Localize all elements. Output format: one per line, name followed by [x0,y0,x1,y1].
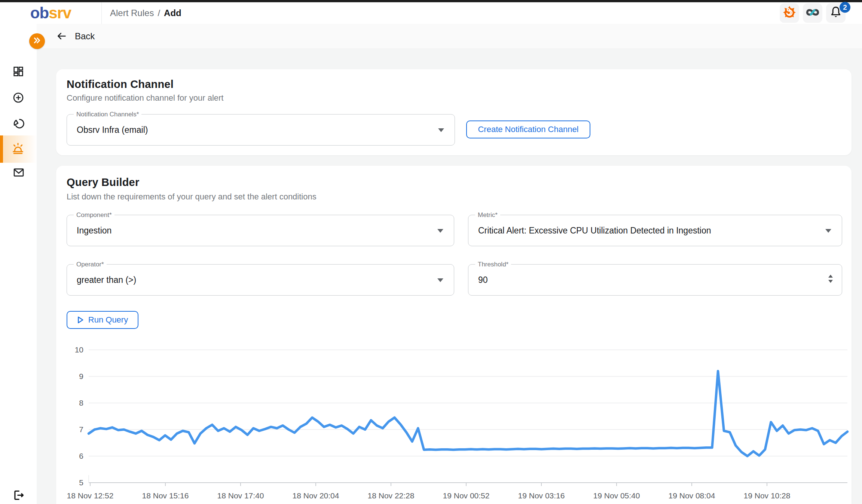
play-icon [77,316,84,324]
infinity-icon [804,6,821,20]
operator-value: greater than (>) [77,265,136,295]
svg-text:5: 5 [79,478,83,487]
number-stepper[interactable] [828,275,833,283]
envelope-icon [12,173,25,180]
breadcrumb: Alert Rules / Add [110,8,181,18]
notifications-button[interactable]: 2 [826,3,846,23]
dropdown-arrow-icon [438,128,444,132]
svg-text:18 Nov 22:28: 18 Nov 22:28 [368,491,415,500]
back-row: Back [37,24,862,48]
svg-text:18 Nov 17:40: 18 Nov 17:40 [217,491,264,500]
threshold-value: 90 [478,265,488,295]
line-chart-svg: 567891018 Nov 12:5218 Nov 15:1618 Nov 17… [56,330,852,504]
svg-text:18 Nov 15:16: 18 Nov 15:16 [142,491,189,500]
svg-text:6: 6 [79,452,83,460]
breadcrumb-current: Add [164,8,181,18]
svg-text:7: 7 [79,425,83,434]
sidebar-item-dashboard[interactable] [12,65,24,77]
active-indicator-bar [0,135,3,163]
component-select[interactable]: Component* Ingestion [67,215,454,246]
notification-channels-value: Obsrv Infra (email) [77,114,148,145]
query-result-chart[interactable]: 567891018 Nov 12:5218 Nov 15:1618 Nov 17… [56,330,852,504]
svg-text:19 Nov 03:16: 19 Nov 03:16 [518,491,565,500]
sidebar-item-channels[interactable] [12,167,24,178]
logo-container: obsrv [0,2,102,24]
query-builder-card: Query Builder List down the requirements… [56,166,852,504]
svg-text:10: 10 [75,345,83,354]
logout-icon [12,496,25,503]
svg-text:19 Nov 05:40: 19 Nov 05:40 [593,491,640,500]
app-root: obsrv Alert Rules / Add [0,0,862,504]
stepper-up-icon[interactable] [828,275,833,278]
threshold-input[interactable]: Threshold* 90 [468,264,842,296]
double-chevron-right-icon [33,37,41,46]
sidebar-item-add[interactable] [12,92,24,104]
logo-part-blue: ob [30,4,49,22]
notification-channel-title: Notification Channel [67,78,174,91]
sidebar [0,24,37,504]
dropdown-arrow-icon [825,229,831,233]
sidebar-item-datasets[interactable] [12,117,24,129]
infinity-button[interactable] [803,3,822,23]
add-circle-icon [12,98,24,105]
operator-select[interactable]: Operator* greater than (>) [67,264,454,296]
svg-text:9: 9 [79,372,83,381]
notification-channel-card: Notification Channel Configure notificat… [56,69,852,155]
svg-text:19 Nov 10:28: 19 Nov 10:28 [744,491,791,500]
create-notification-channel-button[interactable]: Create Notification Channel [466,120,590,138]
metric-select[interactable]: Metric* Critical Alert: Excessive CPU Ut… [468,215,842,246]
alert-siren-icon [10,141,25,158]
sidebar-expand-button[interactable] [29,33,45,49]
svg-text:19 Nov 00:52: 19 Nov 00:52 [443,491,490,500]
svg-text:18 Nov 12:52: 18 Nov 12:52 [67,491,114,500]
dashboard-icon [12,72,24,79]
back-arrow-icon[interactable] [56,31,67,42]
svg-text:19 Nov 08:04: 19 Nov 08:04 [669,491,715,500]
app-header: obsrv Alert Rules / Add [0,2,862,24]
metric-value: Critical Alert: Excessive CPU Utilizatio… [478,215,711,246]
svg-text:8: 8 [79,398,83,407]
grafana-icon [782,5,797,21]
run-query-button[interactable]: Run Query [67,311,138,329]
sidebar-item-logout[interactable] [12,489,24,501]
logo-part-orange: srv [49,4,71,22]
pie-chart-icon [12,124,24,130]
notification-channel-subtitle: Configure notification channel for your … [67,93,223,103]
query-builder-subtitle: List down the requirements of your query… [67,192,317,202]
run-query-label: Run Query [88,315,128,325]
dropdown-arrow-icon [437,278,443,282]
dropdown-arrow-icon [437,229,443,233]
component-value: Ingestion [77,215,111,246]
back-label[interactable]: Back [75,31,95,42]
notification-count-badge: 2 [840,2,850,13]
query-builder-title: Query Builder [67,176,139,189]
svg-text:18 Nov 20:04: 18 Nov 20:04 [293,491,339,500]
grafana-button[interactable] [780,3,799,23]
sidebar-item-alerts-active[interactable] [0,135,37,163]
obsrv-logo[interactable]: obsrv [30,4,71,22]
breadcrumb-separator: / [158,8,160,18]
notification-channels-select[interactable]: Notification Channels* Obsrv Infra (emai… [67,114,455,146]
stepper-down-icon[interactable] [828,280,833,283]
breadcrumb-section[interactable]: Alert Rules [110,8,154,18]
